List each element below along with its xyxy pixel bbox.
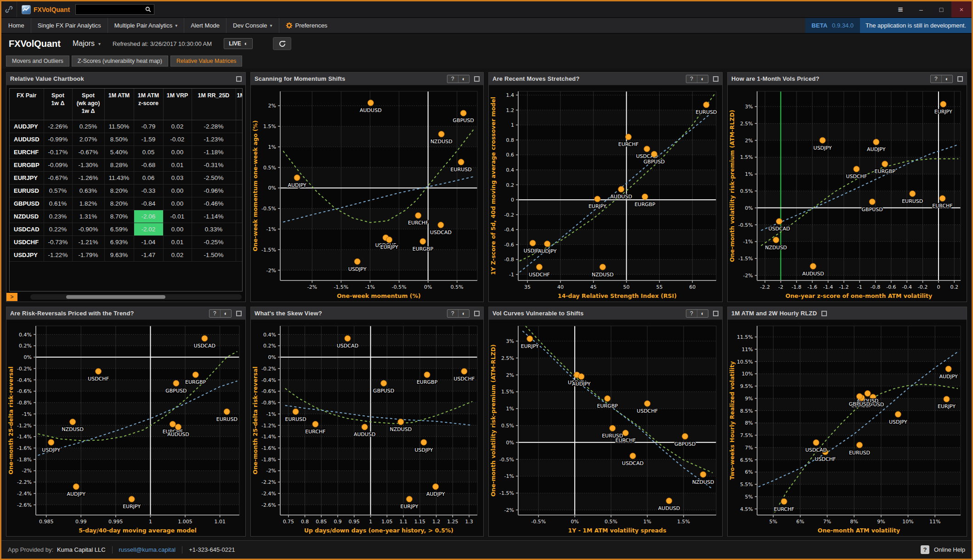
panel-checkbox[interactable] <box>821 311 827 316</box>
column-header-1m-vrp[interactable]: 1M VRP <box>163 89 192 120</box>
menu-item-multiple-pair-analytics[interactable]: Multiple Pair Analytics▾ <box>108 18 184 33</box>
point-USDCAD[interactable] <box>345 336 351 342</box>
panel-checkbox[interactable] <box>713 76 718 82</box>
column-header-spot-wk-ago-1w[interactable]: Spot(wk ago)1w Δ <box>72 89 104 120</box>
column-header-1m-rr-25d[interactable]: 1M RR_25D <box>192 89 236 120</box>
link-icon[interactable] <box>1 1 17 17</box>
point-EURJPY[interactable] <box>944 396 950 402</box>
point-AUDUSD[interactable] <box>368 100 373 106</box>
contrast-button[interactable]: ◐ <box>221 310 231 317</box>
point-EURCHF[interactable] <box>781 498 787 504</box>
point-GBPUSD[interactable] <box>682 433 688 439</box>
point-NZDUSD[interactable] <box>700 471 706 477</box>
point-GBPUSD[interactable] <box>856 393 862 399</box>
hamburger-menu-icon[interactable]: ≡ <box>890 1 911 17</box>
point-GBPUSD[interactable] <box>869 199 875 205</box>
help-button[interactable]: ? <box>209 310 221 317</box>
table-row-GBPUSD[interactable]: GBPUSD0.61%1.82%8.20%-0.840.00-0.46% <box>10 197 242 210</box>
point-USDJPY[interactable] <box>48 439 54 445</box>
contrast-button[interactable]: ◐ <box>942 75 952 83</box>
point-EURJPY[interactable] <box>527 336 533 342</box>
table-row-NZDUSD[interactable]: NZDUSD0.23%1.31%8.70%-2.06-0.01-1.14% <box>10 210 242 223</box>
point-EURCHF[interactable] <box>939 196 945 202</box>
point-GBPUSD[interactable] <box>651 151 657 157</box>
table-row-EURUSD[interactable]: EURUSD0.57%0.63%8.20%-0.330.00-0.96% <box>10 184 242 197</box>
point-USDCHF[interactable] <box>96 368 102 374</box>
help-button[interactable]: ? <box>686 310 697 317</box>
point-USDCAD[interactable] <box>813 440 819 446</box>
point-EURCHF[interactable] <box>312 421 318 427</box>
point-EURGBP[interactable] <box>424 372 430 378</box>
column-header-1m-atm-z-score[interactable]: 1M ATMz-score <box>134 89 163 120</box>
point-EURJPY[interactable] <box>940 101 946 107</box>
point-AUDUSD[interactable] <box>810 263 816 269</box>
column-header-1m[interactable]: 1M <box>236 89 242 120</box>
point-AUDUSD[interactable] <box>362 424 368 430</box>
point-USDCAD[interactable] <box>202 336 208 342</box>
point-EURUSD[interactable] <box>224 409 230 414</box>
panel-checkbox[interactable] <box>236 311 242 316</box>
point-NZDUSD[interactable] <box>70 419 76 425</box>
point-EURGBP[interactable] <box>605 396 611 402</box>
point-EURUSD[interactable] <box>293 409 299 414</box>
point-AUDJPY[interactable] <box>873 139 879 145</box>
point-EURCHF[interactable] <box>625 134 631 140</box>
table-row-AUDUSD[interactable]: AUDUSD-0.99%2.07%8.50%-1.59-0.02-1.23% <box>10 133 242 146</box>
point-USDCHF[interactable] <box>645 401 651 407</box>
contrast-button[interactable]: ◐ <box>458 75 469 83</box>
table-row-EURJPY[interactable]: EURJPY-0.67%-1.26%11.43%0.060.03-2.50% <box>10 171 242 184</box>
email-link[interactable]: russell@kuma.capital <box>119 546 176 553</box>
point-USDJPY[interactable] <box>895 411 901 417</box>
point-USDCHF[interactable] <box>536 264 542 270</box>
refresh-button[interactable] <box>273 37 291 50</box>
universe-dropdown[interactable]: Majors ▾ <box>73 39 101 48</box>
maximize-button[interactable]: □ <box>931 1 951 17</box>
point-EURUSD[interactable] <box>458 159 464 165</box>
online-help-link[interactable]: Online Help <box>934 546 965 553</box>
point-AUDUSD[interactable] <box>666 498 672 504</box>
menu-item-preferences[interactable]: Preferences <box>279 18 334 33</box>
point-EURCHF[interactable] <box>622 430 628 436</box>
point-EURJPY[interactable] <box>386 237 392 243</box>
point-EURUSD[interactable] <box>610 425 616 431</box>
close-button[interactable]: × <box>951 1 972 17</box>
search-icon[interactable] <box>142 6 154 12</box>
point-GBPUSD[interactable] <box>381 380 387 386</box>
point-EURGBP[interactable] <box>642 194 648 200</box>
point-EURGBP[interactable] <box>420 238 426 244</box>
point-EURJPY[interactable] <box>406 496 412 502</box>
panel-checkbox[interactable] <box>713 311 718 316</box>
live-toggle[interactable]: LIVE ◐ <box>224 38 253 49</box>
point-EURGBP[interactable] <box>882 161 888 167</box>
table-row-AUDJPY[interactable]: AUDJPY-2.26%0.25%11.50%-0.790.02-2.28% <box>10 120 242 133</box>
panel-checkbox[interactable] <box>236 76 242 82</box>
tab-movers-and-outliers[interactable]: Movers and Outliers <box>6 56 69 67</box>
point-EURUSD[interactable] <box>910 190 916 196</box>
panel-checkbox[interactable] <box>957 76 963 82</box>
point-EURJPY[interactable] <box>129 496 135 502</box>
table-row-USDJPY[interactable]: USDJPY-1.22%-1.79%9.63%-1.470.02-1.50% <box>10 248 242 261</box>
column-header-1m-atm[interactable]: 1M ATM <box>104 89 134 120</box>
point-NZDUSD[interactable] <box>773 237 779 243</box>
expand-panel-button[interactable]: > <box>6 293 17 301</box>
point-AUDJPY[interactable] <box>945 366 951 372</box>
point-AUDJPY[interactable] <box>578 374 584 380</box>
menu-item-single-fx-pair-analytics[interactable]: Single FX Pair Analytics <box>31 18 108 33</box>
table-row-EURGBP[interactable]: EURGBP-0.09%-1.30%8.28%-0.680.01-0.31% <box>10 158 242 171</box>
help-button[interactable]: ? <box>447 75 458 83</box>
point-EURGBP[interactable] <box>192 372 198 378</box>
help-button[interactable]: ? <box>686 75 697 83</box>
point-USDCAD[interactable] <box>776 218 782 224</box>
help-question-icon[interactable]: ? <box>921 545 929 554</box>
search-input[interactable] <box>76 6 142 13</box>
point-EURCHF[interactable] <box>415 213 421 218</box>
panel-checkbox[interactable] <box>474 311 480 316</box>
menu-item-alert-mode[interactable]: Alert Mode <box>184 18 226 33</box>
menu-item-home[interactable]: Home <box>1 18 31 33</box>
point-NZDUSD[interactable] <box>398 419 404 425</box>
point-USDCAD[interactable] <box>438 222 444 228</box>
table-row-EURCHF[interactable]: EURCHF-0.17%-0.67%5.40%0.050.00-1.18% <box>10 146 242 158</box>
point-GBPUSD[interactable] <box>173 380 179 386</box>
point-AUDUSD[interactable] <box>618 186 624 192</box>
horizontal-scrollbar[interactable] <box>30 294 242 300</box>
